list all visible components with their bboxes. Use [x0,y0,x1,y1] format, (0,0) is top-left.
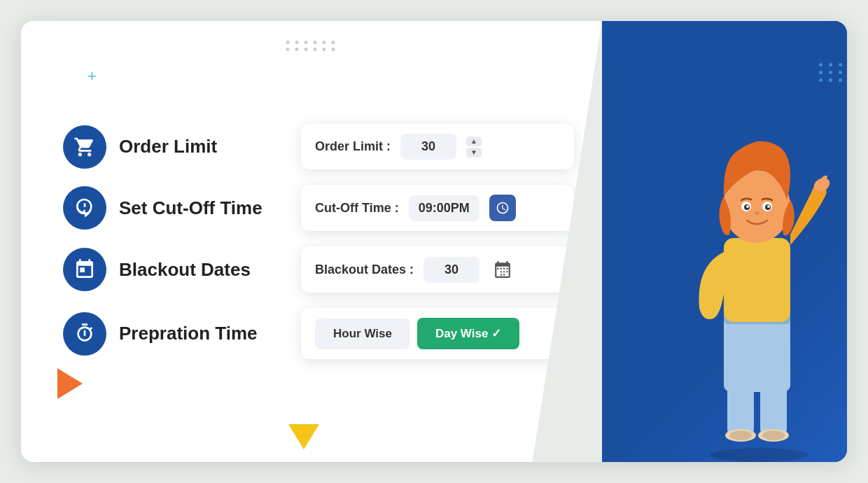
feature-row-order-limit: Order Limit Order Limit : 30 ▲ ▼ [63,124,574,169]
svg-point-16 [746,205,749,208]
svg-rect-9 [724,238,790,322]
svg-point-4 [729,430,752,440]
feature-row-cutoff: Set Cut-Off Time Cut-Off Time : 09:00PM [63,185,574,231]
cutoff-time-value[interactable]: 09:00PM [409,195,479,221]
hour-wise-button[interactable]: Hour Wise [315,318,410,349]
blackout-control-label: Blackout Dates : [315,262,414,277]
calendar-icon [493,260,512,279]
plus-icon-blue: + [88,69,97,84]
order-limit-icon-circle [63,125,106,169]
order-limit-control: Order Limit : 30 ▲ ▼ [301,124,574,169]
clock-picker-button[interactable] [489,195,516,221]
order-limit-spinner[interactable]: ▲ ▼ [466,136,482,158]
feature-row-blackout: Blackout Dates Blackout Dates : 30 [63,246,574,293]
order-limit-control-label: Order Limit : [315,139,391,154]
blackout-value[interactable]: 30 [424,257,479,283]
cutoff-icon-circle [63,186,106,230]
calendar-block-icon [74,258,96,281]
triangle-orange [57,368,83,399]
feature-left-prep: Prepration Time [63,312,301,356]
svg-point-0 [710,448,808,462]
decorative-dots-right [819,63,847,82]
order-limit-label: Order Limit [119,136,217,158]
svg-point-6 [762,430,785,440]
decorative-dots-top [286,41,337,51]
prep-toggle-group: Hour Wise Day Wise ✓ [315,318,519,349]
feature-row-prep: Prepration Time Hour Wise Day Wise ✓ [63,308,574,359]
svg-rect-7 [724,315,790,392]
features-list: Order Limit Order Limit : 30 ▲ ▼ [63,124,574,359]
svg-point-17 [767,205,770,208]
main-card: + Order Limit Order Limit : 30 [21,21,847,462]
order-limit-value[interactable]: 30 [400,134,456,160]
blackout-icon-circle [63,248,106,291]
left-section: + Order Limit Order Limit : 30 [21,21,602,462]
cutoff-label: Set Cut-Off Time [119,197,262,219]
cutoff-control: Cut-Off Time : 09:00PM [301,185,574,231]
cutoff-control-label: Cut-Off Time : [315,201,399,216]
timer-icon [74,323,96,345]
prep-control: Hour Wise Day Wise ✓ [301,308,574,359]
spinner-down[interactable]: ▼ [466,148,482,158]
right-section: + [602,21,847,462]
prep-label: Prepration Time [119,323,257,344]
character-figure [668,98,847,462]
feature-left-blackout: Blackout Dates [63,248,301,291]
feature-left-order-limit: Order Limit [63,125,301,169]
cart-icon [74,136,96,158]
spinner-up[interactable]: ▲ [466,136,482,146]
prep-icon-circle [63,312,106,356]
feature-left-cutoff: Set Cut-Off Time [63,186,301,230]
clock-icon [496,201,510,215]
triangle-yellow [288,424,319,449]
clock-hand-icon [74,197,96,219]
blackout-control: Blackout Dates : 30 [301,246,574,293]
day-wise-button[interactable]: Day Wise ✓ [417,318,519,349]
blackout-label: Blackout Dates [119,259,251,281]
calendar-picker-button[interactable] [489,256,516,283]
